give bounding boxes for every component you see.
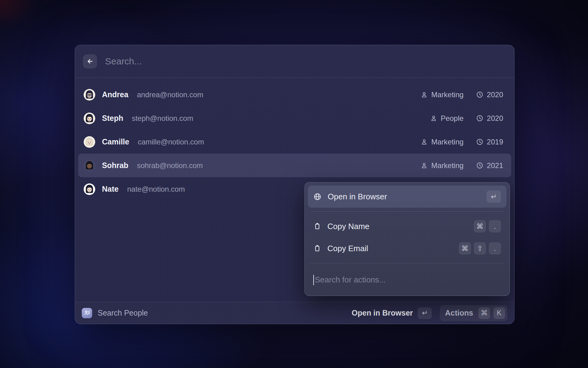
keyboard-key: ↵ [487,190,501,203]
arrow-left-icon [86,57,94,66]
year-label: 2020 [487,90,503,99]
year-label: 2020 [487,114,503,123]
actions-search-input[interactable]: Search for actions... [308,267,507,293]
action-shortcut: ⌘⇧. [459,242,501,255]
department-label: Marketing [431,161,463,170]
clipboard-icon [313,222,321,230]
person-email: nate@notion.com [127,185,185,194]
search-input[interactable] [105,56,506,67]
keyboard-key: ⇧ [474,242,486,255]
action-shortcut: ⌘. [474,220,501,232]
search-header [75,45,514,78]
globe-icon [313,193,322,201]
person-icon [420,138,428,146]
person-icon [430,115,437,122]
primary-action-label: Open in Browser [352,309,413,317]
row-accessories: Marketing 2021 [420,161,506,170]
row-accessories: Marketing 2019 [420,138,506,146]
person-email: sohrab@notion.com [137,161,203,170]
back-button[interactable] [83,54,97,68]
year-accessory: 2021 [476,161,503,170]
person-email: andrea@notion.com [137,90,203,99]
person-row[interactable]: Steph steph@notion.com People [78,106,511,130]
panel-divider [310,211,504,212]
person-icon [420,162,428,169]
enter-key: ↵ [418,307,432,319]
year-label: 2021 [487,161,503,170]
action-label: Copy Email [327,244,368,253]
person-name: Nate [102,185,119,194]
avatar [84,160,95,171]
clock-icon [476,91,484,98]
clock-icon [476,162,484,169]
search-people-icon [82,308,92,318]
keyboard-key: . [489,220,501,232]
year-accessory: 2020 [476,114,503,123]
avatar [84,89,95,101]
year-accessory: 2020 [476,90,503,99]
avatar [84,183,95,195]
footer-bar: Search People Open in Browser ↵ Actions … [75,302,514,324]
panel-divider [310,263,504,263]
k-key: K [493,307,505,319]
actions-button-label: Actions [445,309,473,317]
keyboard-key: . [489,242,501,255]
department-accessory: People [430,114,464,123]
department-accessory: Marketing [420,90,463,99]
year-label: 2019 [487,138,503,146]
actions-list: Open in Browser ↵ Copy Name ⌘. Copy Emai… [308,186,507,259]
launcher-window: Andrea andrea@notion.com Marketing [75,45,514,324]
person-name: Andrea [102,90,128,99]
department-label: Marketing [431,138,463,146]
clock-icon [476,114,484,122]
action-label: Copy Name [327,222,369,231]
department-accessory: Marketing [420,138,463,146]
person-row[interactable]: Andrea andrea@notion.com Marketing [78,83,511,106]
department-accessory: Marketing [420,161,463,170]
action-shortcut: ↵ [487,190,501,203]
person-name: Camille [102,137,129,146]
person-row[interactable]: Camille camille@notion.com Marketing [78,130,511,154]
action-item[interactable]: Copy Name ⌘. [308,215,507,237]
action-label: Open in Browser [328,192,387,201]
keyboard-key: ⌘ [459,242,471,255]
open-in-browser-button[interactable]: Open in Browser ↵ [352,307,432,319]
year-accessory: 2019 [476,138,503,146]
row-accessories: People 2020 [430,114,506,123]
actions-search-placeholder: Search for actions... [315,275,386,285]
person-email: camille@notion.com [138,138,204,146]
department-label: Marketing [431,90,463,99]
avatar [84,136,95,148]
footer-actions: Open in Browser ↵ Actions ⌘ K [352,305,507,321]
department-label: People [441,114,464,123]
text-caret [313,275,314,285]
actions-panel: Open in Browser ↵ Copy Name ⌘. Copy Emai… [304,182,510,296]
person-email: steph@notion.com [132,114,193,123]
person-icon [420,91,428,98]
actions-button[interactable]: Actions ⌘ K [440,305,507,321]
cmd-key: ⌘ [478,307,490,319]
person-name: Steph [102,114,123,123]
desktop-background: Andrea andrea@notion.com Marketing [0,0,588,368]
row-accessories: Marketing 2020 [420,90,506,99]
person-name: Sohrab [102,161,128,170]
action-item[interactable]: Copy Email ⌘⇧. [308,237,507,259]
person-row[interactable]: Sohrab sohrab@notion.com Marketing [78,154,511,177]
clipboard-icon [313,244,321,252]
clock-icon [476,138,484,146]
extension-label: Search People [98,309,148,317]
action-item[interactable]: Open in Browser ↵ [308,186,507,208]
keyboard-key: ⌘ [474,220,486,232]
avatar [84,113,95,124]
